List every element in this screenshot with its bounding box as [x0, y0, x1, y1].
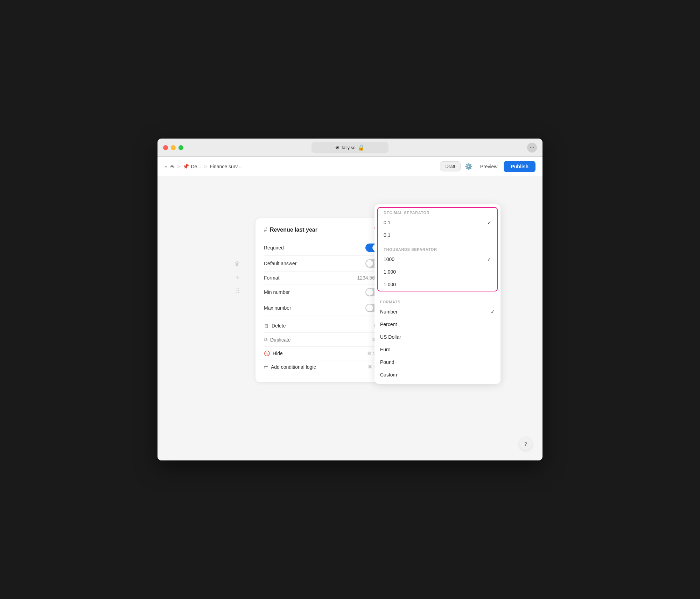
format-option-percent[interactable]: Percent — [374, 318, 500, 331]
tally-icon: ✳ — [335, 145, 340, 150]
duplicate-action-left: ⧉ Duplicate — [264, 337, 290, 343]
thousands-none-check: ✓ — [487, 256, 491, 262]
delete-sidebar-icon[interactable]: 🗑 — [234, 260, 241, 268]
format-euro-label: Euro — [380, 347, 391, 352]
decimal-comma-label: 0,1 — [384, 232, 390, 238]
decimal-option-dot[interactable]: 0.1 ✓ — [378, 216, 497, 229]
max-number-row: Max number — [264, 300, 380, 316]
formats-section: Formats Number ✓ Percent US Dollar Euro … — [374, 294, 500, 384]
thousands-none-label: 1000 — [384, 256, 394, 262]
design-emoji: 📌 — [183, 163, 189, 170]
hash-icon: # — [264, 227, 267, 233]
format-option-custom[interactable]: Custom — [374, 368, 500, 381]
decimal-option-comma[interactable]: 0,1 — [378, 229, 497, 241]
dropdown-panel: Decimal separator 0.1 ✓ 0,1 Thousands se… — [374, 204, 500, 384]
duplicate-action-row[interactable]: ⧉ Duplicate ⌘ D — [264, 333, 380, 347]
hide-action-left: 🚫 Hide — [264, 351, 283, 356]
nav-bar: » ✳ > 📌 De... > Finance surv... Draft ⚙️… — [158, 157, 542, 176]
url-text: tally.so — [342, 145, 356, 150]
hide-action-row[interactable]: 🚫 Hide ⌘ ⇧ H — [264, 347, 380, 360]
delete-action-label: Delete — [272, 323, 286, 329]
title-bar: ✳ tally.so 🔒 ··· — [158, 139, 542, 157]
default-answer-row: Default answer — [264, 256, 380, 272]
format-option-pound[interactable]: Pound — [374, 356, 500, 368]
nav-item-design[interactable]: 📌 De... — [183, 163, 201, 170]
format-number-check: ✓ — [491, 309, 495, 315]
format-option-euro[interactable]: Euro — [374, 343, 500, 356]
min-number-label: Min number — [264, 289, 290, 295]
decimal-section-label: Decimal separator — [378, 208, 497, 216]
minimize-button[interactable] — [171, 145, 176, 150]
field-title-text: Revenue last year — [270, 227, 317, 233]
format-label: Format — [264, 275, 279, 281]
separators-section: Decimal separator 0.1 ✓ 0,1 Thousands se… — [377, 207, 498, 291]
help-button[interactable]: ? — [519, 437, 532, 450]
nav-item-design-label: De... — [191, 164, 201, 169]
format-usdollar-label: US Dollar — [380, 334, 401, 340]
default-answer-label: Default answer — [264, 261, 296, 266]
sidebar-icons: 🗑 ＋ ⠿ — [234, 260, 241, 295]
format-option-usdollar[interactable]: US Dollar — [374, 331, 500, 343]
format-number-label: Number — [380, 309, 398, 315]
delete-action-icon: 🗑 — [264, 323, 269, 329]
thousands-space-label: 1 000 — [384, 282, 396, 287]
nav-home-icon[interactable]: ✳ — [170, 163, 174, 170]
conditional-action-icon: ⇄ — [264, 364, 268, 370]
formats-section-label: Formats — [374, 297, 500, 305]
nav-item-finance[interactable]: Finance surv... — [210, 164, 241, 169]
delete-action-left: 🗑 Delete — [264, 323, 286, 329]
nav-separator-1: > — [177, 164, 180, 169]
lock-icon: 🔒 — [358, 144, 365, 151]
format-custom-label: Custom — [380, 372, 397, 378]
nav-separator-2: > — [204, 164, 207, 169]
publish-button[interactable]: Publish — [504, 161, 536, 172]
duplicate-action-icon: ⧉ — [264, 337, 267, 343]
drag-sidebar-icon[interactable]: ⠿ — [236, 287, 240, 295]
address-bar[interactable]: ✳ tally.so 🔒 — [312, 142, 388, 153]
required-row: Required — [264, 240, 380, 256]
format-pound-label: Pound — [380, 359, 394, 365]
add-sidebar-icon[interactable]: ＋ — [234, 273, 241, 282]
format-option-number[interactable]: Number ✓ — [374, 305, 500, 318]
thousands-option-space[interactable]: 1 000 — [378, 278, 497, 291]
field-header: # Revenue last year ✏️ — [264, 227, 380, 233]
browser-window: ✳ tally.so 🔒 ··· » ✳ > 📌 De... > Finance… — [158, 139, 542, 460]
delete-action-row[interactable]: 🗑 Delete Del — [264, 319, 380, 333]
field-title: # Revenue last year — [264, 227, 317, 233]
close-button[interactable] — [163, 145, 168, 150]
conditional-action-left: ⇄ Add conditional logic — [264, 364, 316, 370]
hide-action-icon: 🚫 — [264, 351, 270, 356]
main-content: 🗑 ＋ ⠿ # Revenue last year ✏️ Required De… — [158, 176, 542, 460]
hide-action-label: Hide — [273, 351, 283, 356]
max-number-label: Max number — [264, 305, 291, 311]
duplicate-action-label: Duplicate — [270, 337, 290, 343]
decimal-dot-check: ✓ — [487, 220, 491, 225]
decimal-dot-label: 0.1 — [384, 220, 390, 225]
format-percent-label: Percent — [380, 322, 397, 327]
maximize-button[interactable] — [178, 145, 183, 150]
thousands-comma-label: 1,000 — [384, 269, 396, 275]
format-row: Format 1234.56 ▼ — [264, 272, 380, 284]
thousands-option-none[interactable]: 1000 ✓ — [378, 253, 497, 266]
preview-button[interactable]: Preview — [477, 162, 501, 171]
more-options-button[interactable]: ··· — [527, 143, 537, 153]
draft-button[interactable]: Draft — [440, 161, 460, 171]
min-number-row: Min number — [264, 284, 380, 300]
conditional-action-row[interactable]: ⇄ Add conditional logic ⌘ ⇧ L — [264, 360, 380, 374]
traffic-lights — [163, 145, 183, 150]
separator-divider — [378, 243, 497, 243]
required-label: Required — [264, 245, 284, 251]
thousands-section-label: Thousands separator — [378, 245, 497, 253]
field-card: # Revenue last year ✏️ Required Default … — [255, 218, 388, 382]
nav-finance-label: Finance surv... — [210, 164, 241, 169]
conditional-action-label: Add conditional logic — [271, 364, 316, 370]
format-value-text: 1234.56 — [357, 275, 375, 281]
thousands-option-comma[interactable]: 1,000 — [378, 266, 497, 278]
nav-chevron-icon[interactable]: » — [164, 164, 167, 169]
settings-button[interactable]: ⚙️ — [463, 161, 474, 172]
